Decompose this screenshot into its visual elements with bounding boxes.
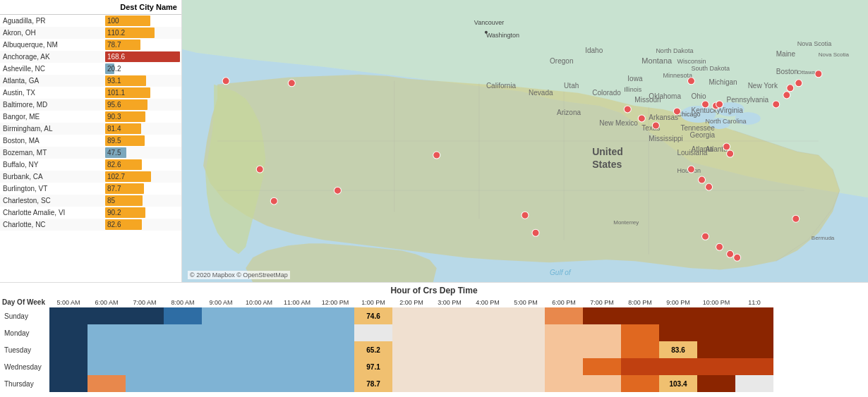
- table-row[interactable]: Asheville, NC20.2: [0, 63, 181, 75]
- heatmap-cell: [583, 358, 621, 375]
- day-label: Tuesday: [0, 341, 49, 358]
- heatmap-cell: [240, 341, 278, 358]
- heatmap-container[interactable]: Day Of Week 5:00 AM6:00 AM7:00 AM8:00 AM…: [0, 297, 868, 392]
- bar-cell: 100: [104, 15, 181, 28]
- svg-point-72: [687, 78, 694, 85]
- table-row[interactable]: Baltimore, MD95.6: [0, 99, 181, 111]
- hour-header: 2:00 PM: [392, 297, 430, 307]
- svg-text:Washington: Washington: [486, 32, 519, 39]
- heatmap-cell: [469, 324, 507, 341]
- svg-text:Utah: Utah: [564, 82, 579, 90]
- table-row[interactable]: Bozeman, MT47.5: [0, 147, 181, 159]
- heatmap-cell: [545, 324, 583, 341]
- top-section: Dest City Name Aguadilla, PR100Akron, OH…: [0, 0, 868, 282]
- heatmap-cell: [507, 324, 545, 341]
- svg-point-66: [624, 106, 631, 113]
- heatmap-cell: [583, 375, 621, 392]
- table-row[interactable]: Austin, TX101.1: [0, 87, 181, 99]
- svg-point-78: [702, 233, 709, 240]
- table-row[interactable]: Akron, OH110.2: [0, 27, 181, 39]
- heatmap-cell: 78.7: [354, 375, 392, 392]
- svg-point-56: [485, 31, 488, 34]
- city-name: Charlotte Amalie, VI: [0, 207, 104, 219]
- heatmap-cell: [278, 341, 316, 358]
- svg-text:Arizona: Arizona: [557, 109, 581, 116]
- svg-text:Wisconsin: Wisconsin: [677, 58, 706, 65]
- svg-text:Ohio: Ohio: [691, 92, 706, 100]
- bar-cell: 85: [104, 195, 181, 207]
- heatmap-cell: [126, 307, 164, 324]
- heatmap-cell: [545, 341, 583, 358]
- heatmap-cell: [621, 324, 659, 341]
- heatmap-cell: [316, 341, 354, 358]
- heatmap-cell: [697, 307, 735, 324]
- table-row[interactable]: Charlotte Amalie, VI90.2: [0, 207, 181, 219]
- day-label: Wednesday: [0, 358, 49, 375]
- svg-text:Ottawa: Ottawa: [797, 69, 816, 75]
- table-row[interactable]: Anchorage, AK168.6: [0, 51, 181, 63]
- heatmap-cell: [469, 375, 507, 392]
- svg-text:Monterrey: Monterrey: [613, 219, 639, 226]
- table-row[interactable]: Burbank, CA102.7: [0, 171, 181, 183]
- table-row[interactable]: Boston, MA89.5: [0, 135, 181, 147]
- bar-cell: 87.7: [104, 183, 181, 195]
- svg-text:North Dakota: North Dakota: [656, 47, 693, 54]
- bar-cell: 110.2: [104, 27, 181, 39]
- heatmap-cell: [316, 358, 354, 375]
- table-row[interactable]: Buffalo, NY82.6: [0, 159, 181, 171]
- dest-city-table: Dest City Name Aguadilla, PR100Akron, OH…: [0, 0, 182, 282]
- hour-header: 11:0: [735, 297, 773, 307]
- bar-cell: 101.1: [104, 87, 181, 99]
- svg-text:Nevada: Nevada: [529, 89, 553, 97]
- table-row[interactable]: Albuquerque, NM78.7: [0, 39, 181, 51]
- heatmap-cell: [735, 307, 773, 324]
- heatmap-cell: [545, 375, 583, 392]
- svg-point-87: [716, 101, 723, 108]
- heatmap-cell: [240, 358, 278, 375]
- heatmap-cell: [659, 307, 697, 324]
- svg-text:Nova Scotia: Nova Scotia: [797, 40, 832, 47]
- svg-point-84: [787, 85, 794, 92]
- hour-header: 1:00 PM: [354, 297, 392, 307]
- day-label: Sunday: [0, 307, 49, 324]
- heatmap-cell: [202, 324, 240, 341]
- svg-text:Colorado: Colorado: [592, 89, 621, 97]
- heatmap-cell: [430, 375, 469, 392]
- city-name: Austin, TX: [0, 87, 104, 99]
- city-name: Charlotte, NC: [0, 219, 104, 231]
- heatmap-cell: [278, 324, 316, 341]
- hour-header: 7:00 AM: [126, 297, 164, 307]
- heatmap-cell: [88, 307, 126, 324]
- main-container: Dest City Name Aguadilla, PR100Akron, OH…: [0, 0, 868, 397]
- svg-text:Idaho: Idaho: [585, 47, 603, 54]
- svg-text:Boston: Boston: [776, 68, 798, 75]
- heatmap-cell: [202, 375, 240, 392]
- svg-point-70: [702, 101, 709, 108]
- table-row[interactable]: Aguadilla, PR100: [0, 15, 181, 28]
- table-row[interactable]: Charleston, SC85: [0, 195, 181, 207]
- heatmap-cell: [126, 375, 164, 392]
- svg-text:Pennsylvania: Pennsylvania: [727, 96, 769, 104]
- table-row[interactable]: Birmingham, AL81.4: [0, 123, 181, 135]
- heatmap-cell: [469, 358, 507, 375]
- hour-header: 7:00 PM: [583, 297, 621, 307]
- heatmap-cell: [621, 341, 659, 358]
- table-row[interactable]: Atlanta, GA93.1: [0, 75, 181, 87]
- svg-text:Mississippi: Mississippi: [649, 135, 682, 142]
- heatmap-cell: [621, 375, 659, 392]
- city-name: Boston, MA: [0, 135, 104, 147]
- table-row[interactable]: Burlington, VT87.7: [0, 183, 181, 195]
- map-attribution: © 2020 Mapbox © OpenStreetMap: [188, 271, 290, 279]
- hour-header: 8:00 AM: [164, 297, 202, 307]
- svg-text:South Dakota: South Dakota: [691, 65, 730, 72]
- heatmap-cell: [507, 341, 545, 358]
- table-row[interactable]: Charlotte, NC82.6: [0, 219, 181, 231]
- heatmap-cell: [697, 341, 735, 358]
- table-row[interactable]: Bangor, ME90.3: [0, 111, 181, 123]
- heatmap-cell: 74.6: [354, 307, 392, 324]
- heatmap-cell: [735, 375, 773, 392]
- svg-text:Georgia: Georgia: [689, 131, 715, 139]
- hour-header: 5:00 AM: [49, 297, 88, 307]
- heatmap-cell: [507, 307, 545, 324]
- heatmap-cell: [621, 307, 659, 324]
